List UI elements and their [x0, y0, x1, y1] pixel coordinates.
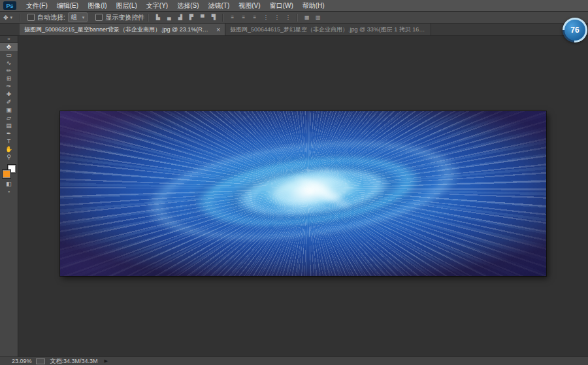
- menu-image[interactable]: 图像(I): [83, 1, 111, 10]
- auto-select-value: 组: [71, 13, 77, 22]
- gradient-tool[interactable]: ▤: [0, 122, 18, 130]
- pasteboard[interactable]: » ✥ ▭ ∿ ✏ ⊞ ✑ ✚ ✐ ▣ ▱ ▤ ✒ T ✋ ⚲ ◧ ▫: [0, 35, 588, 357]
- quick-mask-button[interactable]: ◧: [0, 180, 18, 188]
- divider: [19, 14, 20, 22]
- brush-tool[interactable]: ✐: [0, 98, 18, 106]
- distribute-bottom-edges-button[interactable]: ≡: [250, 13, 259, 22]
- photoshop-window: Ps 文件(F) 编辑(E) 图像(I) 图层(L) 文字(Y) 选择(S) 滤…: [0, 0, 588, 365]
- eyedropper-tool[interactable]: ✑: [0, 82, 18, 90]
- auto-select-label: 自动选择:: [37, 13, 65, 22]
- document-tab-active[interactable]: 摄图网_500862215_星空banner背景（非企业商用）.jpg @ 23…: [20, 24, 225, 35]
- hand-tool[interactable]: ✋: [0, 145, 18, 153]
- clone-stamp-tool[interactable]: ▣: [0, 106, 18, 114]
- chevron-down-icon: ▾: [82, 15, 85, 20]
- align-horizontal-centers-button[interactable]: ▄: [164, 13, 174, 22]
- divider: [297, 14, 298, 22]
- align-bottom-edges-button[interactable]: ▜: [208, 13, 218, 22]
- distribute-horizontal-centers-button[interactable]: ⋮: [272, 13, 282, 22]
- panel-collapse-icon[interactable]: »: [0, 35, 18, 43]
- menu-window[interactable]: 窗口(W): [265, 1, 298, 10]
- tools-panel: » ✥ ▭ ∿ ✏ ⊞ ✑ ✚ ✐ ▣ ▱ ▤ ✒ T ✋ ⚲ ◧ ▫: [0, 35, 18, 357]
- overlay-progress-badge[interactable]: 76: [563, 18, 587, 43]
- tab-title: 摄图网_500644615_梦幻星空（非企业商用）.jpg @ 33%(图层 1…: [230, 26, 426, 34]
- lasso-tool[interactable]: ∿: [0, 59, 18, 67]
- distribute-vertical-centers-button[interactable]: ≡: [238, 13, 248, 22]
- options-extra-button[interactable]: ▥: [313, 13, 323, 22]
- status-bar: 23.09% 文档:34.3M/34.3M ▶: [0, 356, 588, 365]
- distribute-top-edges-button[interactable]: ≡: [227, 13, 237, 22]
- zoom-tool[interactable]: ⚲: [0, 153, 18, 161]
- menu-filter[interactable]: 滤镜(T): [204, 1, 235, 10]
- align-left-edges-button[interactable]: ▙: [153, 13, 163, 22]
- document-tab-inactive[interactable]: 摄图网_500644615_梦幻星空（非企业商用）.jpg @ 33%(图层 1…: [225, 24, 431, 35]
- close-icon[interactable]: ×: [215, 26, 220, 33]
- healing-brush-tool[interactable]: ✚: [0, 90, 18, 98]
- photoshop-logo-icon[interactable]: Ps: [3, 1, 16, 10]
- align-top-edges-button[interactable]: ▛: [186, 13, 196, 22]
- align-vertical-centers-button[interactable]: ▀: [197, 13, 207, 22]
- screen-mode-button[interactable]: ▫: [0, 188, 18, 196]
- align-right-edges-button[interactable]: ▟: [175, 13, 185, 22]
- badge-value: 76: [570, 26, 579, 35]
- auto-select-checkbox[interactable]: [27, 14, 35, 21]
- show-transform-checkbox[interactable]: [95, 14, 103, 21]
- quick-selection-tool[interactable]: ✏: [0, 67, 18, 75]
- distribute-right-edges-button[interactable]: ⋮: [283, 13, 293, 22]
- menu-select[interactable]: 选择(S): [172, 1, 203, 10]
- document-size-info: 文档:34.3M/34.3M: [50, 357, 98, 365]
- menu-help[interactable]: 帮助(H): [298, 1, 329, 10]
- type-tool[interactable]: T: [0, 137, 18, 145]
- eraser-tool[interactable]: ▱: [0, 114, 18, 122]
- distribute-left-edges-button[interactable]: ⋮: [261, 13, 270, 22]
- status-box: [36, 358, 45, 364]
- document-canvas-galaxy-image[interactable]: [60, 111, 546, 276]
- document-tab-bar: 摄图网_500862215_星空banner背景（非企业商用）.jpg @ 23…: [0, 24, 588, 36]
- marquee-tool[interactable]: ▭: [0, 51, 18, 59]
- menu-file[interactable]: 文件(F): [22, 1, 52, 10]
- tool-options-bar: ✥ ▾ 自动选择: 组 ▾ 显示变换控件 ▙ ▄ ▟ ▛ ▀ ▜ ≡ ≡ ≡ ⋮…: [0, 12, 588, 24]
- tab-title: 摄图网_500862215_星空banner背景（非企业商用）.jpg @ 23…: [24, 26, 212, 34]
- chevron-down-icon: ▾: [10, 15, 13, 20]
- menu-bar: Ps 文件(F) 编辑(E) 图像(I) 图层(L) 文字(Y) 选择(S) 滤…: [0, 0, 588, 12]
- menu-view[interactable]: 视图(V): [234, 1, 265, 10]
- tool-preset-picker[interactable]: ✥ ▾: [0, 14, 16, 21]
- crop-tool[interactable]: ⊞: [0, 75, 18, 82]
- menu-edit[interactable]: 编辑(E): [52, 1, 83, 10]
- menu-layer[interactable]: 图层(L): [112, 1, 142, 10]
- auto-align-layers-button[interactable]: ▦: [302, 13, 312, 22]
- show-transform-label: 显示变换控件: [105, 13, 144, 22]
- move-tool[interactable]: ✥: [0, 43, 18, 51]
- menu-type[interactable]: 文字(Y): [142, 1, 172, 10]
- zoom-level-field[interactable]: 23.09%: [12, 358, 32, 364]
- status-expand-icon[interactable]: ▶: [105, 358, 108, 364]
- color-swatches[interactable]: [2, 164, 16, 179]
- galaxy-vignette: [60, 111, 546, 276]
- divider: [148, 14, 149, 22]
- foreground-color-swatch[interactable]: [2, 169, 11, 179]
- auto-select-dropdown[interactable]: 组 ▾: [68, 12, 88, 22]
- pen-tool[interactable]: ✒: [0, 130, 18, 137]
- move-tool-icon: ✥: [3, 14, 8, 21]
- divider: [222, 14, 223, 22]
